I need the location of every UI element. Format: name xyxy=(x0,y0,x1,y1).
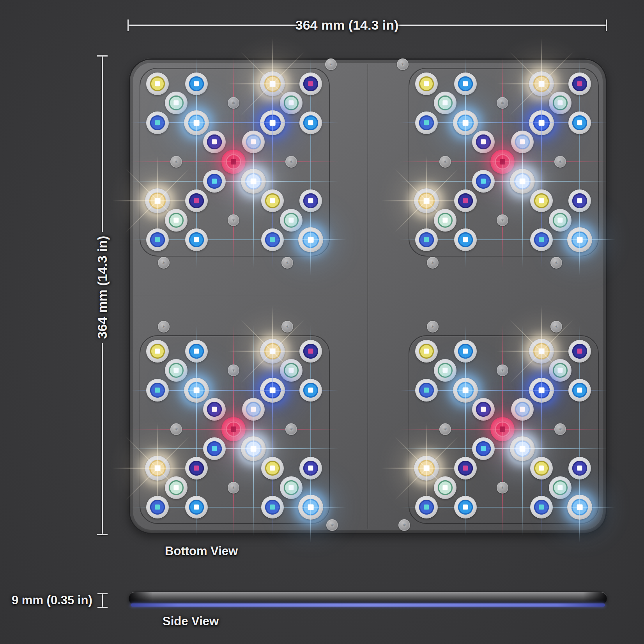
side-view-label: Side View xyxy=(163,614,219,628)
height-dimension-label: 364 mm (14.3 in) xyxy=(95,236,110,339)
warm-white-led-lit xyxy=(145,456,170,481)
uv-violet-led xyxy=(568,73,591,95)
panel-seam xyxy=(367,64,368,529)
green-led xyxy=(280,92,303,114)
screw-icon xyxy=(439,156,451,168)
screw-icon xyxy=(325,58,337,70)
royal-blue-led xyxy=(261,496,284,518)
lens-flare xyxy=(131,181,338,182)
screw-icon xyxy=(397,58,409,70)
uv-violet-led xyxy=(568,340,591,363)
uv-violet-led xyxy=(454,189,477,212)
warm-white-led-lit xyxy=(145,188,170,213)
violet-led xyxy=(299,189,322,212)
yellow-led xyxy=(530,457,553,479)
blue-led xyxy=(568,111,591,134)
cool-white-led-lit xyxy=(510,169,535,194)
screw-icon xyxy=(158,257,170,269)
screw-icon xyxy=(228,214,239,226)
panel-bottom-view xyxy=(129,58,607,534)
violet-led xyxy=(568,457,591,479)
uv-violet-led xyxy=(185,189,208,212)
warm-white-led-lit xyxy=(414,188,439,213)
green-led xyxy=(549,209,571,232)
width-dimension-line xyxy=(396,25,607,26)
sky-blue-led-lit xyxy=(567,495,592,520)
screw-icon xyxy=(497,482,508,494)
royal-blue-led xyxy=(415,379,438,402)
height-dimension-line xyxy=(102,343,103,535)
screw-icon xyxy=(554,423,566,435)
yellow-led xyxy=(261,189,284,212)
screw-icon xyxy=(281,257,293,269)
blue-led xyxy=(299,111,322,134)
green-led xyxy=(549,92,571,114)
cyan-led xyxy=(472,437,495,460)
bottom-view-label: Bottom View xyxy=(165,544,238,558)
green-led xyxy=(165,476,188,499)
screw-icon xyxy=(158,321,170,333)
blue-led xyxy=(185,228,208,251)
panel-side-view xyxy=(129,592,607,605)
dimension-end-tick xyxy=(97,534,108,535)
screw-icon xyxy=(439,423,451,435)
royal-blue-led-lit xyxy=(260,378,285,403)
warm-white-led-lit xyxy=(260,339,285,364)
royal-blue-led-lit xyxy=(529,110,554,135)
pale-blue-led xyxy=(242,131,265,153)
yellow-led xyxy=(261,457,284,479)
blue-led xyxy=(454,496,477,518)
sky-blue-led-lit xyxy=(298,227,323,252)
royal-blue-led xyxy=(146,496,169,518)
lens-flare xyxy=(522,325,523,536)
cool-white-led-lit xyxy=(241,436,266,461)
violet-led xyxy=(203,398,226,421)
green-led xyxy=(165,359,188,382)
uv-violet-led xyxy=(299,340,322,363)
warm-white-led-lit xyxy=(260,71,285,96)
dimension-end-tick xyxy=(127,19,129,31)
cool-white-led-lit xyxy=(241,169,266,194)
yellow-led xyxy=(530,189,553,212)
led-cluster xyxy=(140,335,330,524)
screw-icon xyxy=(228,364,239,376)
royal-blue-led xyxy=(415,111,438,134)
screw-icon xyxy=(228,97,239,109)
screw-icon xyxy=(170,423,182,435)
yellow-led xyxy=(415,73,438,95)
royal-blue-led-lit xyxy=(260,110,285,135)
royal-blue-led-lit xyxy=(529,378,554,403)
sky-blue-led-lit xyxy=(184,378,209,403)
dimension-end-tick xyxy=(606,19,607,31)
blue-led xyxy=(185,496,208,518)
thickness-dimension-line xyxy=(102,594,103,607)
screw-icon xyxy=(326,519,338,531)
green-led xyxy=(434,476,456,499)
sky-blue-led-lit xyxy=(184,110,209,135)
screw-icon xyxy=(497,214,508,226)
uv-violet-led xyxy=(299,73,322,95)
royal-blue-led xyxy=(530,228,553,251)
screw-icon xyxy=(170,156,182,168)
dimension-end-tick xyxy=(97,607,108,608)
green-led xyxy=(280,209,303,232)
diagram-canvas: 364 mm (14.3 in) 364 mm (14.3 in) Bottom… xyxy=(0,0,644,644)
screw-icon xyxy=(554,156,566,168)
lens-flare xyxy=(253,325,254,536)
sky-blue-led-lit xyxy=(453,378,478,403)
pale-blue-led xyxy=(511,398,534,421)
blue-led xyxy=(454,228,477,251)
lens-flare xyxy=(400,448,607,449)
screw-icon xyxy=(281,321,293,333)
screw-icon xyxy=(427,257,439,269)
lens-flare xyxy=(253,58,254,268)
cyan-led xyxy=(203,437,226,460)
yellow-led xyxy=(415,340,438,363)
red-led-lit xyxy=(490,150,515,174)
green-led xyxy=(549,359,571,382)
screw-icon xyxy=(228,482,239,494)
blue-led xyxy=(454,73,477,95)
blue-led xyxy=(568,379,591,402)
violet-led xyxy=(472,131,495,153)
warm-white-led-lit xyxy=(529,339,554,364)
